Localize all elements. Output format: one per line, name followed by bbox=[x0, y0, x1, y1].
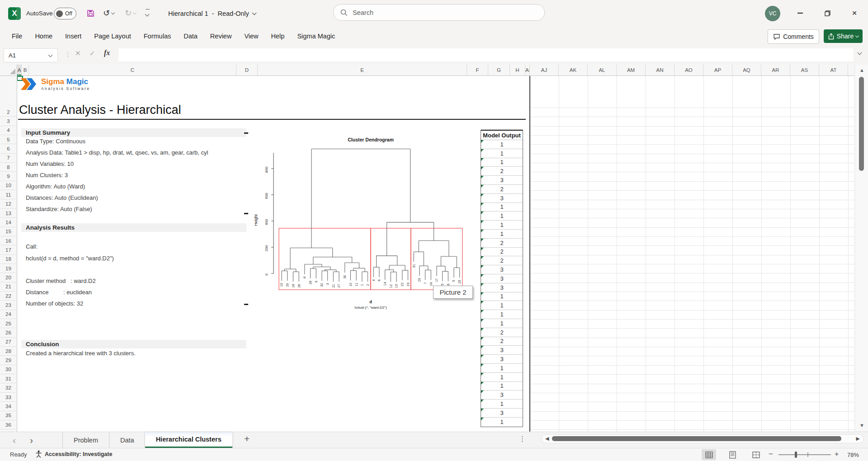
model-output-cell[interactable]: 1 bbox=[481, 149, 523, 158]
vertical-scroll-thumb[interactable] bbox=[859, 77, 864, 171]
row-header-25[interactable]: 25 bbox=[0, 319, 17, 328]
ribbon-tab-review[interactable]: Review bbox=[204, 27, 238, 45]
column-header-AR[interactable]: AR bbox=[761, 65, 790, 75]
maximize-button[interactable] bbox=[816, 0, 838, 26]
column-header-F[interactable]: F bbox=[467, 65, 488, 75]
model-output-cell[interactable]: 3 bbox=[481, 409, 523, 418]
row-header-18[interactable]: 18 bbox=[0, 255, 17, 264]
normal-view-button[interactable] bbox=[702, 449, 716, 460]
model-output-cell[interactable]: 3 bbox=[481, 355, 523, 364]
user-avatar[interactable]: VC bbox=[765, 6, 780, 21]
row-header-26[interactable]: 26 bbox=[0, 328, 17, 337]
ribbon-tab-sigma-magic[interactable]: Sigma Magic bbox=[291, 27, 341, 45]
ribbon-tab-page-layout[interactable]: Page Layout bbox=[88, 27, 137, 45]
model-output-header[interactable]: Model Output bbox=[481, 130, 523, 140]
ribbon-tab-data[interactable]: Data bbox=[177, 27, 204, 45]
row-header-6[interactable]: 6 bbox=[0, 144, 17, 153]
column-header-AJ[interactable]: AJ bbox=[530, 65, 559, 75]
accessibility-status[interactable]: Accessibility: Investigate bbox=[35, 450, 112, 458]
model-output-cell[interactable]: 1 bbox=[481, 158, 523, 167]
column-header-H[interactable]: H bbox=[510, 65, 525, 75]
model-output-cell[interactable]: 3 bbox=[481, 346, 523, 355]
column-header-E[interactable]: E bbox=[258, 65, 467, 75]
row-header-22[interactable]: 22 bbox=[0, 292, 17, 301]
model-output-cell[interactable]: 1 bbox=[481, 301, 523, 310]
column-header-C[interactable]: C bbox=[29, 65, 236, 75]
row-header-4[interactable]: 4 bbox=[0, 126, 17, 135]
row-header-17[interactable]: 17 bbox=[0, 245, 17, 254]
row-header-5[interactable]: 5 bbox=[0, 135, 17, 144]
picture-resize-handle[interactable] bbox=[244, 132, 248, 134]
model-output-cell[interactable]: 2 bbox=[481, 185, 523, 194]
add-sheet-button[interactable]: + bbox=[244, 433, 250, 444]
row-header-15[interactable]: 15 bbox=[0, 227, 17, 236]
row-header-13[interactable]: 13 bbox=[0, 209, 17, 218]
model-output-cell[interactable]: 3 bbox=[481, 390, 523, 400]
row-header-29[interactable]: 29 bbox=[0, 356, 17, 365]
close-button[interactable]: × bbox=[844, 0, 865, 26]
row-header-35[interactable]: 35 bbox=[0, 411, 17, 420]
row-header-14[interactable]: 14 bbox=[0, 218, 17, 227]
model-output-cell[interactable]: 1 bbox=[481, 292, 523, 301]
column-header-AM[interactable]: AM bbox=[617, 65, 646, 75]
expand-formula-bar-icon[interactable] bbox=[858, 51, 862, 55]
search-box[interactable]: Search bbox=[333, 4, 545, 21]
model-output-cell[interactable]: 2 bbox=[481, 256, 523, 265]
model-output-cell[interactable]: 2 bbox=[481, 328, 523, 337]
formula-input[interactable] bbox=[118, 48, 854, 61]
model-output-cell[interactable]: 2 bbox=[481, 337, 523, 346]
save-button[interactable] bbox=[87, 7, 94, 19]
model-output-cell[interactable]: 1 bbox=[481, 140, 523, 149]
insert-function-button[interactable]: fx bbox=[104, 49, 110, 57]
scroll-right-icon[interactable]: ▶ bbox=[856, 436, 860, 442]
column-header-B[interactable]: B bbox=[22, 65, 29, 75]
scroll-left-icon[interactable]: ◀ bbox=[545, 436, 549, 442]
column-header-AN[interactable]: AN bbox=[646, 65, 675, 75]
model-output-cell[interactable]: 1 bbox=[481, 382, 523, 391]
row-header-33[interactable]: 33 bbox=[0, 393, 17, 402]
model-output-cell[interactable]: 1 bbox=[481, 221, 523, 230]
model-output-cell[interactable]: 1 bbox=[481, 230, 523, 239]
row-header-16[interactable]: 16 bbox=[0, 236, 17, 245]
redo-button[interactable]: ↻ bbox=[125, 7, 136, 19]
picture-resize-handle[interactable] bbox=[244, 304, 248, 305]
select-all-button[interactable] bbox=[0, 65, 17, 75]
column-header-D[interactable]: D bbox=[236, 65, 258, 75]
zoom-slider-thumb[interactable] bbox=[795, 452, 797, 458]
row-header-23[interactable]: 23 bbox=[0, 301, 17, 310]
scroll-up-icon[interactable]: ▲ bbox=[859, 67, 864, 73]
column-header-AQ[interactable]: AQ bbox=[732, 65, 761, 75]
comments-button[interactable]: Comments bbox=[768, 29, 819, 44]
row-header-19[interactable]: 19 bbox=[0, 264, 17, 273]
model-output-cell[interactable]: 3 bbox=[481, 176, 523, 185]
undo-button[interactable]: ↺ bbox=[103, 7, 114, 19]
ribbon-tab-file[interactable]: File bbox=[5, 27, 28, 45]
model-output-cell[interactable]: 1 bbox=[481, 373, 523, 382]
sheet-nav-right[interactable]: › bbox=[30, 435, 33, 446]
column-header-AK[interactable]: AK bbox=[559, 65, 588, 75]
model-output-cell[interactable]: 3 bbox=[481, 194, 523, 203]
ribbon-tab-insert[interactable]: Insert bbox=[59, 27, 88, 45]
formula-bar-divider[interactable]: ⋮ bbox=[65, 51, 71, 58]
row-header-31[interactable]: 31 bbox=[0, 374, 17, 383]
model-output-cell[interactable]: 2 bbox=[481, 239, 523, 248]
row-header-11[interactable]: 11 bbox=[0, 190, 17, 199]
vertical-scrollbar[interactable]: ▲ ▼ bbox=[854, 65, 868, 432]
dendrogram-picture[interactable]: Cluster DendrogramHeightdhclust (*, "war… bbox=[250, 130, 473, 401]
model-output-cell[interactable]: 1 bbox=[481, 203, 523, 212]
row-header-20[interactable]: 20 bbox=[0, 273, 17, 282]
horizontal-scrollbar[interactable]: ◀ ▶ bbox=[542, 434, 863, 443]
sheet-tab-hierarchical-clusters[interactable]: Hierarchical Clusters bbox=[145, 432, 232, 448]
sheet-tab-data[interactable]: Data bbox=[109, 432, 145, 448]
row-header-7[interactable]: 7 bbox=[0, 154, 17, 163]
horizontal-scroll-thumb[interactable] bbox=[552, 436, 841, 441]
row-header-12[interactable]: 12 bbox=[0, 200, 17, 209]
zoom-out-button[interactable]: − bbox=[769, 450, 773, 459]
sheet-tab-problem[interactable]: Problem bbox=[62, 432, 109, 448]
ribbon-tab-formulas[interactable]: Formulas bbox=[137, 27, 177, 45]
column-header-AS[interactable]: AS bbox=[790, 65, 819, 75]
row-header-27[interactable]: 27 bbox=[0, 338, 17, 347]
name-box[interactable]: A1 bbox=[4, 48, 58, 62]
page-layout-view-button[interactable] bbox=[725, 449, 740, 460]
row-header-2[interactable]: 2 bbox=[0, 108, 17, 117]
